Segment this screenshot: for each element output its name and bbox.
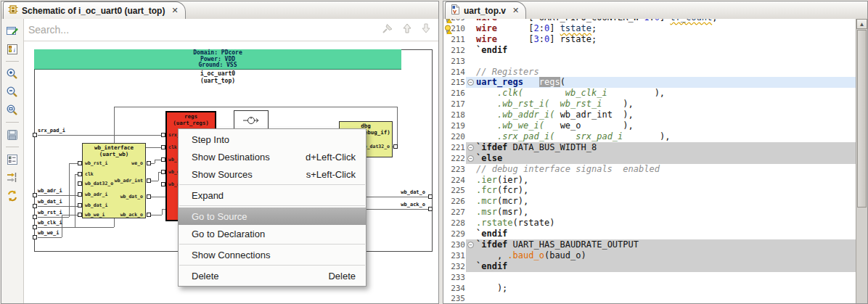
wire [114,107,397,107]
port-label: wb_clk_i [38,220,62,226]
pin [161,133,165,137]
menu-item-go-to-declaration[interactable]: Go to Declaration [179,225,366,242]
power-domain-banner: Domain: PDcorePower: VDDGround: VSS [34,49,401,70]
menu-separator [179,205,365,206]
wire [38,237,62,238]
pin [33,204,37,208]
port-label: wb_rst_i [38,210,62,215]
pin [33,225,37,229]
menu-item-label: Show Connections [192,250,356,260]
menu-item-label: Expand [192,190,356,201]
menu-item-label: Step Into [192,134,356,145]
wire [397,107,398,147]
port-label: wb_dat_i [38,199,62,205]
port-label: wb_adr_i [38,188,62,194]
wire [69,163,70,217]
menu-item-label: Go to Declaration [192,229,356,239]
menu-separator [179,244,365,245]
port-label: wb_dat_i [85,202,107,208]
port-label: wb_adr_int [82,178,143,184]
wire [38,217,69,218]
block-title: regs(uart_regs) [167,114,215,126]
menu-accelerator: Delete [328,271,356,282]
menu-item-show-connections[interactable]: Show Connections [179,246,366,263]
pin [393,144,398,149]
port-label: clk [168,144,177,150]
clock-gate-icon [243,115,259,129]
menu-item-label: Show Destinations [192,152,284,163]
menu-separator [179,184,365,185]
wire [158,172,159,181]
instance-title: i_oc_uart0(uart_top) [34,70,401,84]
pin [33,193,37,197]
port-label: wb_we_i [38,230,60,236]
wire [75,174,75,227]
menu-item-go-to-source[interactable]: Go to Source [179,208,366,225]
pin [428,207,433,211]
pin [147,213,151,217]
menu-accelerator: d+Left-Click [306,152,356,163]
pin [147,178,151,183]
schematic-layer: Domain: PDcorePower: VDDGround: VSSi_oc_… [0,0,868,304]
wire [38,135,162,136]
menu-separator [179,265,365,266]
context-menu: Step IntoShow Destinationsd+Left-ClickSh… [178,128,367,287]
pin [161,182,165,186]
menu-accelerator: s+Left-Click [306,169,356,180]
port-label: we_o [82,160,143,166]
pin [147,194,151,199]
wire [38,206,82,207]
pin [78,203,82,208]
pin [161,157,165,162]
menu-item-label: Delete [192,271,306,282]
pin [161,170,165,174]
menu-item-expand[interactable]: Expand [179,186,366,204]
menu-item-show-destinations[interactable]: Show Destinationsd+Left-Click [179,148,366,165]
port-label: wb_dat_o [82,194,143,200]
menu-item-delete[interactable]: DeleteDelete [179,267,366,284]
menu-item-show-sources[interactable]: Show Sourcess+Left-Click [179,165,366,183]
pin [33,235,37,239]
wire [38,227,114,228]
pin [33,133,37,137]
menu-item-label: Go to Source [192,211,356,222]
wire [62,215,62,237]
port-label: srx_pad_i [38,128,65,133]
block-title: wb_interface(uart_wb) [83,145,145,157]
wire [38,195,82,196]
pin [147,161,151,165]
wire [162,209,163,215]
pin [33,215,37,219]
pin [78,172,82,176]
menu-item-step-into[interactable]: Step Into [179,131,366,148]
menu-item-label: Show Sources [192,169,284,180]
port-label: wb_ack_o [82,212,143,218]
pin [428,194,433,199]
port-label: clk [85,171,94,177]
pin [161,145,165,149]
block-symbol[interactable] [234,110,269,130]
